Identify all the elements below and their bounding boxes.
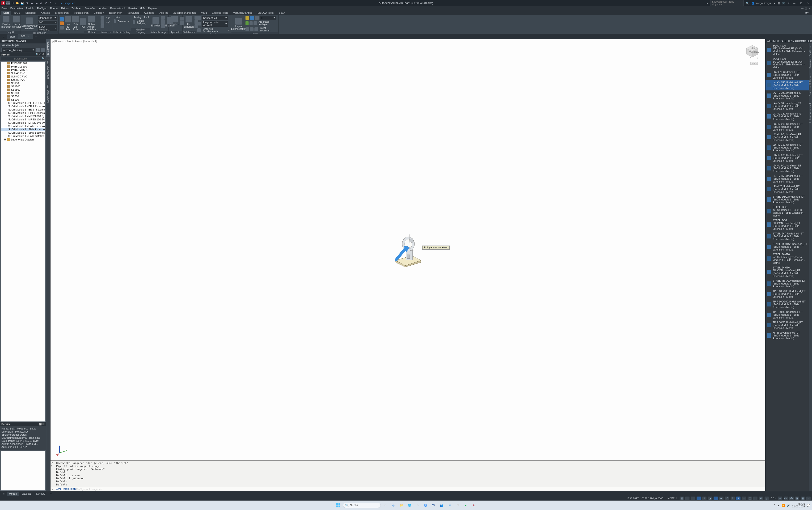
palette-item[interactable]: LA-HV 90,Undefined_ET (SuCri Module 1 - … <box>765 101 809 111</box>
edge-icon[interactable]: 🌀 <box>422 502 429 509</box>
tree-item[interactable]: SuCri Module 1 - Sikla siMetrix - Metric <box>1 134 45 138</box>
ribbon-tab-visualisieren[interactable]: Visualisieren <box>71 10 91 15</box>
menu-express[interactable]: Express <box>148 7 157 10</box>
ribbon-tab-beschriften[interactable]: Beschriften <box>107 10 125 15</box>
project-tree[interactable]: PN09SP1S01PN15CL1S01PN15CM1S01Sch 40 PVC… <box>0 61 46 422</box>
tree-item[interactable]: PN15CM1S01 <box>1 68 45 72</box>
ribbon-tab-lisega[interactable]: LISEGA Tools <box>255 10 276 15</box>
current-project-dropdown[interactable]: Internal_Training▾ <box>1 48 35 52</box>
tree-item[interactable]: SS900 <box>1 98 45 101</box>
app-logo[interactable]: A <box>1 1 5 5</box>
palette-item[interactable]: TP F 100/160,Undefined_ET (SuCri Module … <box>765 299 809 310</box>
palette-item[interactable]: STABIL D-M16 mE,Undefined_ET (SuCri Modu… <box>765 252 809 265</box>
ribbon-tab-zusammenarbeiten[interactable]: Zusammenarbeiten <box>171 10 198 15</box>
freeze-icon[interactable] <box>250 16 254 20</box>
palette-item[interactable]: LC-HV 90,Undefined_ET (SuCri Module 1 - … <box>765 132 809 142</box>
palette-item[interactable]: LC-HV 150,Undefined_ET (SuCri Module 1 -… <box>765 111 809 121</box>
pm-search[interactable]: 🔍 <box>1 57 45 60</box>
clean-screen-icon[interactable]: ▣ <box>801 497 805 500</box>
task-view-icon[interactable]: ⧉ <box>382 502 389 509</box>
compass-reset-icon[interactable] <box>100 24 104 28</box>
lm1-icon[interactable] <box>245 21 249 25</box>
ribbon-tab-addins[interactable]: Add-ins <box>157 10 170 15</box>
linie-zu-rohr-button[interactable]: Linie zu Rohr <box>65 16 71 31</box>
side-tab-isometrisch[interactable]: Isometrische DWG <box>46 81 50 106</box>
layout-tab-layout1[interactable]: Layout1 <box>19 491 33 496</box>
ribbon-collapse-icon[interactable]: ▣▾ <box>803 10 811 15</box>
tree-item[interactable]: SuCri Module 1 - Sikla Extension - Metri… <box>1 128 45 131</box>
size-dropdown[interactable]: 100▾ <box>38 20 57 24</box>
tree-item[interactable]: SuCri Module 1 - BE 1 - GFK Extension <box>1 101 45 105</box>
tree-item[interactable]: SuCri Module 1 - MPSS 060 Systemteile <box>1 115 45 118</box>
tree-item[interactable]: SS1500 <box>1 85 45 88</box>
explorer-icon[interactable]: 📁 <box>398 502 405 509</box>
tpy-toggle-icon[interactable]: ⬚ <box>748 497 752 500</box>
tree-item[interactable]: Sch 80 CPVC <box>1 75 45 78</box>
outlook-icon[interactable]: ✉ <box>446 502 453 509</box>
palette-item[interactable]: TP F 80/80,Undefined_ET (SuCri Module 1 … <box>765 320 809 330</box>
qat-plot-icon[interactable]: 🖨 <box>39 1 43 5</box>
cmd-handle-icon[interactable]: ⁝ <box>51 465 53 468</box>
tree-item[interactable]: SS150 <box>1 81 45 85</box>
doc-restore-icon[interactable]: ◻ <box>805 7 807 10</box>
palette-item[interactable]: STABIL D3G mE,Undefined_ET (SuCri Module… <box>765 205 809 218</box>
layout-tab-layout2[interactable]: Layout2 <box>34 491 48 496</box>
tree-item[interactable]: SuCri Module 1 - Sikla Extension - Imper <box>1 124 45 128</box>
layer-anpassen-button[interactable]: Layer anpassen <box>259 26 277 32</box>
viewport-controls[interactable]: [–][Benutzerdefinierte Ansicht][Konzeptu… <box>52 40 97 42</box>
halterung-erstellen-button[interactable]: Erstellen <box>151 17 160 27</box>
menu-extras[interactable]: Extras <box>61 7 68 10</box>
tree-folder[interactable]: ⊞ Zugehörige Dateien <box>1 138 45 141</box>
menu-bemassen[interactable]: Bemaßen <box>85 7 96 10</box>
ribbon-tab-stahlbau[interactable]: Stahlbau <box>23 10 38 15</box>
ribbon-tab-start[interactable]: Start <box>1 10 11 15</box>
ucs-icon[interactable]: Z Y X <box>56 445 67 456</box>
doc-tab-new[interactable]: + <box>33 34 38 39</box>
lm5-icon[interactable] <box>250 27 254 31</box>
defender-icon[interactable]: 🛡 <box>455 502 461 509</box>
close-button[interactable]: ✕ <box>806 2 811 5</box>
spotify-icon[interactable]: ● <box>462 502 469 509</box>
minimize-button[interactable]: — <box>792 2 796 4</box>
palette-item[interactable]: BG60 T100-1/2",Undefined_ET (SuCri Modul… <box>765 43 809 56</box>
palette-item[interactable]: XR-H 20,Undefined_ET (SuCri Module 1 - S… <box>765 330 809 341</box>
apparat-erstellen-button[interactable]: Erstellen <box>170 16 179 26</box>
help-search-input[interactable]: Stichwort oder Frage eingeben <box>710 0 744 6</box>
palette-item[interactable]: STABIL D-M16 SILICON,Undefined_ET (SuCri… <box>765 265 809 278</box>
als-aktuell-button[interactable]: Als aktuell festlegen <box>258 20 277 26</box>
qat-undo-icon[interactable]: ↶ <box>44 1 48 5</box>
view-icon[interactable] <box>197 22 201 26</box>
datenmanager-button[interactable]: Daten- manager <box>11 16 21 28</box>
search-icon[interactable]: 🔍 <box>746 2 749 5</box>
menu-fenster[interactable]: Fenster <box>128 7 137 10</box>
ortho-toggle-icon[interactable]: ∟ <box>697 497 701 500</box>
nav-home-icon[interactable]: ⌂ <box>757 56 761 59</box>
palette-item[interactable]: LD-HV 150,Undefined_ET (SuCri Module 1 -… <box>765 142 809 153</box>
palette-item[interactable]: LD-HV 200,Undefined_ET (SuCri Module 1 -… <box>765 153 809 163</box>
qat-cloud-save-icon[interactable]: ☁ <box>34 1 38 5</box>
word-icon[interactable]: W <box>430 502 437 509</box>
tp-tab-instr[interactable]: Instrumentierungsroh... <box>809 98 812 125</box>
hw-accel-icon[interactable]: ⏻ <box>789 497 793 500</box>
route-icon[interactable] <box>60 17 64 21</box>
lock-icon[interactable] <box>255 16 259 20</box>
tray-notifications-icon[interactable]: 💬 <box>807 504 810 507</box>
ann-vis-icon[interactable]: ✂ <box>778 497 782 500</box>
help-icon[interactable]: ? <box>788 2 789 4</box>
tray-chevron-icon[interactable]: ˄ <box>774 504 775 507</box>
vp-icon[interactable] <box>197 28 201 32</box>
doc-close-icon[interactable]: ✕ <box>809 7 811 10</box>
tree-item[interactable]: SuCri Module 1 - MPSS 100 Systemteile <box>1 118 45 121</box>
tray-volume-icon[interactable]: 🔊 <box>787 504 790 507</box>
palette-item[interactable]: LC-HV 200,Undefined_ET (SuCri Module 1 -… <box>765 121 809 132</box>
cart-icon[interactable]: 🛒 <box>782 2 786 5</box>
palette-item[interactable]: LR-H 20,Undefined_ET (SuCri Module 1 - S… <box>765 184 809 194</box>
palette-item[interactable]: FR-H 20,Undefined_ET (SuCri Module 1 - S… <box>765 69 809 80</box>
tree-item[interactable]: PN09SP1S01 <box>1 62 45 65</box>
tree-item[interactable]: PN15CL1S01 <box>1 65 45 68</box>
otrack-toggle-icon[interactable]: ∠ <box>725 497 729 500</box>
menu-datei[interactable]: Datei <box>1 7 7 10</box>
palette-item[interactable]: LK-HV 150,Undefined_ET (SuCri Module 1 -… <box>765 173 809 184</box>
palette-item[interactable]: STABIL D-A,Undefined_ET (SuCri Module 1 … <box>765 231 809 242</box>
compass-cw-icon[interactable] <box>100 20 104 24</box>
